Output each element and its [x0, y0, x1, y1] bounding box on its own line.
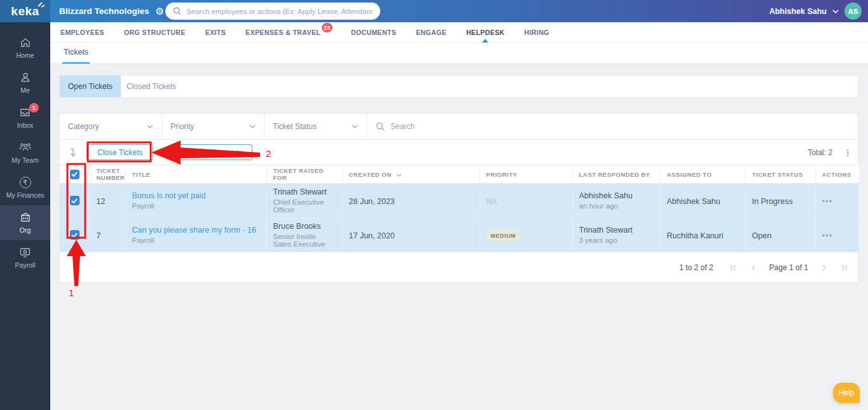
select-all-checkbox[interactable] — [70, 170, 79, 179]
sidebar-item-my-team[interactable]: My Team — [0, 135, 50, 170]
logo-spark-icon — [36, 0, 45, 8]
keka-logo-text: keka — [11, 4, 39, 18]
close-tickets-button[interactable]: Close Tickets — [86, 144, 153, 160]
sidebar-item-my-finances[interactable]: ₹ My Finances — [0, 170, 50, 205]
priority-value: NA — [486, 197, 497, 206]
help-button[interactable]: Help — [833, 383, 860, 403]
chevron-down-icon — [352, 125, 358, 128]
user-name: Abhishek Sahu — [769, 7, 827, 16]
tab-closed-tickets[interactable]: Closed Tickets — [121, 76, 182, 97]
col-assigned-to[interactable]: ASSIGNED TO — [660, 165, 745, 184]
next-page-button[interactable] — [822, 264, 827, 271]
ticket-title-link[interactable]: Bonus is not yet paid — [132, 191, 260, 200]
payroll-icon — [19, 247, 31, 258]
ticket-number: 7 — [97, 231, 101, 240]
chevron-down-icon — [147, 125, 153, 128]
col-ticket-raised-for[interactable]: TICKET RAISED FOR — [266, 165, 342, 184]
nav-org-structure[interactable]: ORG STRUCTURE — [124, 22, 186, 43]
table-options-kebab-icon[interactable]: ••• — [846, 149, 849, 156]
user-menu[interactable]: Abhishek Sahu AS — [769, 0, 862, 22]
table-header-row: TICKET NUMBER TITLE TICKET RAISED FOR CR… — [60, 165, 859, 184]
assigned-to: Abhishek Sahu — [667, 197, 720, 206]
nav-helpdesk[interactable]: HELPDESK — [466, 22, 504, 43]
filters-row: Category Priority Ticket Status — [60, 114, 858, 140]
ticket-search-input[interactable] — [390, 122, 849, 131]
sidebar-item-org[interactable]: Org — [0, 205, 50, 240]
col-priority[interactable]: PRIORITY — [479, 165, 572, 184]
nav-expenses-travel[interactable]: EXPENSES & TRAVEL 18 — [245, 22, 331, 43]
gear-icon[interactable]: ⚙ — [156, 6, 164, 16]
last-page-button[interactable] — [841, 264, 848, 271]
company-name: Blizzard Technologies ⚙ — [59, 0, 164, 22]
top-bar: keka Blizzard Technologies ⚙ Abhishek Sa… — [0, 0, 868, 22]
expenses-badge: 18 — [322, 23, 333, 32]
table-row[interactable]: 7 Can you please share my form - 16 Payr… — [60, 218, 859, 252]
ticket-category: Payroll — [132, 236, 260, 244]
nav-documents[interactable]: DOCUMENTS — [351, 22, 396, 43]
sort-icon[interactable] — [69, 147, 78, 158]
sidebar-item-me[interactable]: Me — [0, 65, 50, 100]
avatar[interactable]: AS — [844, 3, 862, 20]
sidebar-item-payroll[interactable]: Payroll — [0, 240, 50, 275]
inbox-badge: 1 — [29, 103, 39, 113]
priority-filter[interactable]: Priority — [162, 114, 265, 139]
col-ticket-status[interactable]: TICKET STATUS — [745, 165, 815, 184]
sidebar-item-home[interactable]: Home — [0, 31, 50, 65]
ticket-search[interactable] — [367, 114, 858, 139]
global-search-input[interactable] — [186, 8, 373, 15]
global-search[interactable] — [165, 3, 380, 20]
sidebar: Home Me 1 Inbox My Team ₹ My Finances Or… — [0, 22, 50, 410]
sidebar-item-inbox[interactable]: 1 Inbox — [0, 100, 50, 135]
col-actions[interactable]: ACTIONS — [815, 165, 859, 184]
chevron-down-icon — [249, 125, 256, 128]
nav-employees[interactable]: EMPLOYEES — [60, 22, 104, 43]
rupee-icon: ₹ — [20, 177, 31, 188]
first-page-button[interactable] — [730, 264, 737, 271]
tab-open-tickets[interactable]: Open Tickets — [60, 76, 121, 97]
tickets-card: Category Priority Ticket Status — [59, 113, 858, 283]
row-checkbox[interactable] — [70, 196, 79, 205]
org-icon — [20, 212, 31, 223]
created-on: 17 Jun, 2020 — [349, 231, 395, 240]
table-row[interactable]: 12 Bonus is not yet paid Payroll Trinath… — [60, 184, 859, 218]
col-created-on[interactable]: CREATED ON — [342, 165, 479, 184]
sub-nav: Tickets — [50, 43, 868, 64]
prev-page-button[interactable] — [751, 264, 755, 271]
category-filter[interactable]: Category — [60, 114, 162, 139]
ticket-number: 12 — [97, 197, 106, 206]
priority-badge: MEDIUM — [486, 230, 521, 242]
nav-engage[interactable]: ENGAGE — [416, 22, 446, 43]
raised-for-role: Chief Executive Officer — [273, 198, 336, 214]
ticket-status-filter[interactable]: Ticket Status — [265, 114, 367, 139]
row-actions-ellipsis-icon[interactable]: ••• — [822, 231, 833, 240]
tab-tickets[interactable]: Tickets — [62, 48, 90, 64]
assigned-to: Ruchitha Kanuri — [667, 231, 724, 240]
col-ticket-number[interactable]: TICKET NUMBER — [90, 165, 125, 184]
pagination-page: Page 1 of 1 — [769, 263, 808, 272]
raised-for-name: Bruce Brooks — [273, 222, 336, 231]
row-checkbox[interactable] — [70, 230, 79, 240]
change-category-button[interactable]: Change Category — [171, 144, 252, 160]
raised-for-role: Senior Inside Sales Executive — [273, 233, 336, 248]
sort-chevron-icon — [396, 174, 402, 177]
col-title[interactable]: TITLE — [125, 165, 266, 184]
tickets-table: TICKET NUMBER TITLE TICKET RAISED FOR CR… — [60, 165, 860, 252]
last-responded-time: an hour ago — [579, 202, 654, 210]
nav-hiring[interactable]: HIRING — [525, 22, 549, 43]
nav-exits[interactable]: EXITS — [205, 22, 226, 43]
ticket-title-link[interactable]: Can you please share my form - 16 — [132, 226, 260, 235]
col-last-responded-by[interactable]: LAST RESPONDED BY — [572, 165, 660, 184]
main-nav: EMPLOYEES ORG STRUCTURE EXITS EXPENSES &… — [50, 22, 868, 43]
last-responded-time: 3 years ago — [579, 236, 654, 244]
last-responded-name: Abhishek Sahu — [579, 191, 654, 200]
ticket-status: In Progress — [752, 197, 793, 206]
ticket-tabs-card: Open Tickets Closed Tickets — [59, 75, 858, 98]
keka-logo[interactable]: keka — [0, 0, 50, 22]
search-icon — [376, 122, 385, 131]
content-area: EMPLOYEES ORG STRUCTURE EXITS EXPENSES &… — [50, 22, 868, 410]
person-icon — [20, 72, 31, 83]
pagination: 1 to 2 of 2 Page 1 of 1 — [60, 252, 858, 282]
team-icon — [19, 142, 32, 153]
row-actions-ellipsis-icon[interactable]: ••• — [822, 196, 833, 206]
search-icon — [173, 7, 181, 15]
